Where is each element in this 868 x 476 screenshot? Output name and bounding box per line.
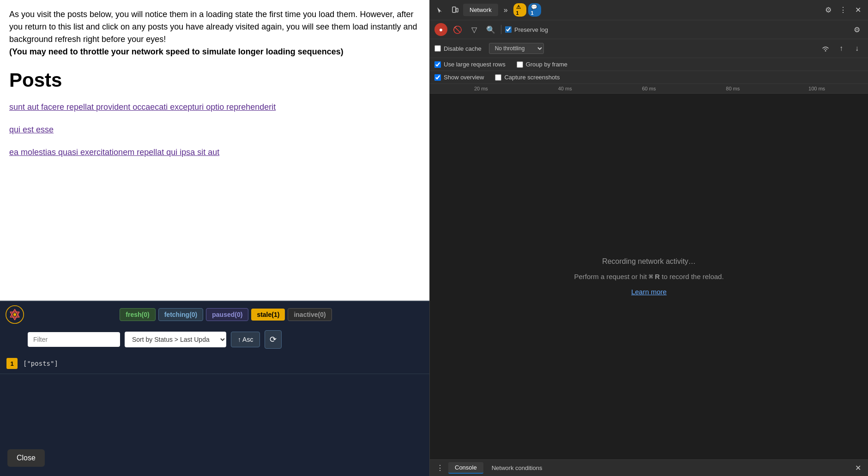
network-icons-right: ↑ ↓: [819, 42, 863, 55]
network-options-row1: Disable cache No throttling ↑ ↓: [430, 39, 868, 58]
tab-network-conditions[interactable]: Network conditions: [485, 463, 549, 473]
show-overview-label: Show overview: [444, 74, 484, 81]
bottom-menu-icon[interactable]: ⋮: [434, 462, 446, 475]
timeline-header: 20 ms 40 ms 60 ms 80 ms 100 ms: [430, 84, 868, 94]
search-icon[interactable]: 🔍: [484, 23, 497, 36]
network-options-row2: Use large request rows Group by frame: [430, 58, 868, 71]
react-query-devtools: fresh(0) fetching(0) paused(0) stale(1) …: [0, 301, 429, 476]
description-main: As you visit the posts below, you will n…: [9, 10, 417, 44]
svg-rect-4: [452, 7, 456, 12]
sort-select[interactable]: Sort by Status > Last Upda: [125, 332, 226, 347]
tab-more-icon[interactable]: »: [500, 4, 512, 16]
svg-rect-5: [456, 8, 458, 12]
description-bold: (You may need to throttle your network s…: [9, 47, 344, 56]
wifi-icon[interactable]: [819, 42, 832, 55]
download-icon[interactable]: ↓: [850, 42, 863, 55]
post-link-3[interactable]: ea molestias quasi exercitationem repell…: [9, 148, 420, 157]
filter-icon[interactable]: ▽: [468, 23, 481, 36]
large-rows-label: Use large request rows: [444, 61, 506, 68]
preserve-log-label: Preserve log: [514, 26, 548, 33]
warning-badge[interactable]: ⚠ 1: [513, 4, 526, 17]
tab-console[interactable]: Console: [448, 462, 483, 474]
tick-3: 60 ms: [607, 86, 691, 91]
warning-count: ⚠ 1: [513, 3, 526, 17]
recording-subtext: Perform a request or hit ⌘ R to record t…: [574, 271, 723, 282]
upload-icon[interactable]: ↑: [835, 42, 848, 55]
timeline-ticks: 20 ms 40 ms 60 ms 80 ms 100 ms: [430, 86, 868, 91]
show-overview-checkbox[interactable]: Show overview: [434, 74, 484, 81]
disable-cache-checkbox[interactable]: Disable cache: [434, 45, 482, 52]
refresh-icon: ⟳: [270, 334, 277, 345]
devtools-close-icon[interactable]: ✕: [851, 4, 864, 17]
badge-paused[interactable]: paused(0): [206, 308, 248, 321]
recording-area: Recording network activity… Perform a re…: [430, 94, 868, 459]
devtools-bottom-bar: ⋮ Console Network conditions ✕: [430, 459, 868, 476]
tick-4: 80 ms: [691, 86, 775, 91]
cursor-icon[interactable]: [434, 4, 446, 17]
preserve-log-checkbox[interactable]: Preserve log: [505, 26, 548, 33]
kebab-menu-icon[interactable]: ⋮: [837, 4, 850, 17]
learn-more-link[interactable]: Learn more: [631, 288, 667, 296]
badge-fresh[interactable]: fresh(0): [120, 308, 155, 321]
info-badge[interactable]: 💬 1: [528, 4, 541, 17]
device-icon[interactable]: [448, 4, 461, 17]
clear-button[interactable]: 🚫: [451, 23, 464, 36]
network-options-row3: Show overview Capture screenshots: [430, 71, 868, 84]
devtools-controls: Sort by Status > Last Upda ↑ Asc ⟳: [0, 327, 429, 353]
description-text: As you visit the posts below, you will n…: [9, 8, 420, 58]
bottom-close-icon[interactable]: ✕: [851, 462, 864, 475]
refresh-button[interactable]: ⟳: [265, 330, 282, 349]
status-badges: fresh(0) fetching(0) paused(0) stale(1) …: [28, 308, 424, 321]
tab-network[interactable]: Network: [463, 4, 498, 16]
group-by-frame-label: Group by frame: [526, 61, 567, 68]
query-key: ["posts"]: [23, 360, 58, 367]
capture-screenshots-label: Capture screenshots: [504, 74, 560, 81]
query-number: 1: [6, 358, 18, 369]
devtools-header: fresh(0) fetching(0) paused(0) stale(1) …: [0, 302, 429, 327]
table-row[interactable]: 1 ["posts"]: [0, 353, 429, 374]
badge-stale[interactable]: stale(1): [251, 309, 285, 321]
tick-1: 20 ms: [439, 86, 523, 91]
throttle-select[interactable]: No throttling: [489, 43, 544, 54]
svg-point-3: [13, 313, 16, 316]
post-link-2[interactable]: qui est esse: [9, 125, 420, 135]
asc-button[interactable]: ↑ Asc: [231, 332, 260, 347]
close-button[interactable]: Close: [7, 449, 45, 467]
tab-network-label: Network: [470, 6, 492, 13]
disable-cache-label: Disable cache: [444, 45, 482, 52]
network-settings-icon[interactable]: ⚙: [850, 23, 863, 36]
react-query-logo: [6, 305, 24, 324]
post-link-1[interactable]: sunt aut facere repellat provident occae…: [9, 102, 420, 112]
large-rows-checkbox[interactable]: Use large request rows: [434, 61, 506, 68]
tick-2: 40 ms: [523, 86, 607, 91]
query-list: 1 ["posts"]: [0, 353, 429, 476]
capture-screenshots-checkbox[interactable]: Capture screenshots: [495, 74, 560, 81]
settings-icon[interactable]: ⚙: [822, 4, 835, 17]
devtools-topbar: Network » ⚠ 1 💬 1 ⚙ ⋮ ✕: [430, 0, 868, 20]
devtools-panel: Network » ⚠ 1 💬 1 ⚙ ⋮ ✕ ● 🚫 ▽ 🔍: [429, 0, 868, 476]
posts-title: Posts: [9, 69, 420, 91]
recording-text: Recording network activity…: [602, 257, 696, 266]
record-button[interactable]: ●: [434, 23, 447, 36]
tick-5: 100 ms: [775, 86, 859, 91]
toolbar-separator: [501, 25, 501, 34]
info-count: 💬 1: [528, 3, 541, 17]
badge-fetching[interactable]: fetching(0): [158, 308, 204, 321]
badge-inactive[interactable]: inactive(0): [288, 308, 332, 321]
query-filter-input[interactable]: [28, 332, 120, 347]
group-by-frame-checkbox[interactable]: Group by frame: [517, 61, 567, 68]
network-toolbar: ● 🚫 ▽ 🔍 Preserve log ⚙: [430, 20, 868, 39]
